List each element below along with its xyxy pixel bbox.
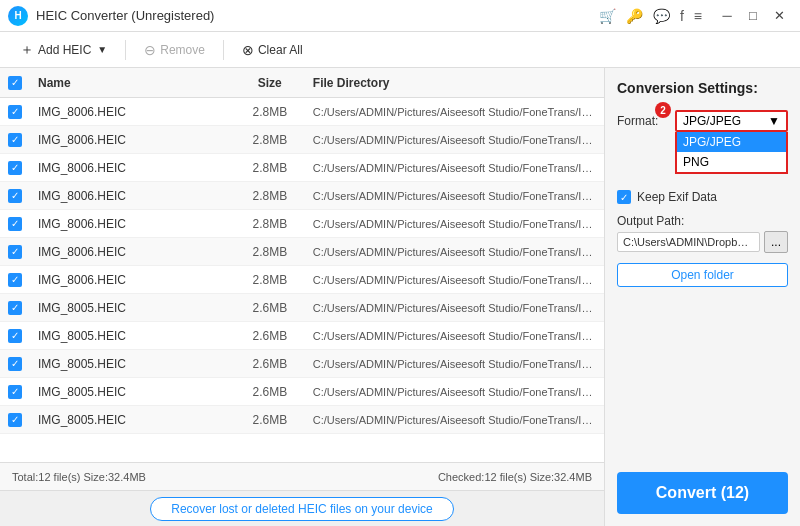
row-size: 2.6MB	[235, 357, 305, 371]
row-checkbox[interactable]: ✓	[8, 217, 22, 231]
menu-icon[interactable]: ≡	[694, 8, 702, 24]
row-checkbox[interactable]: ✓	[8, 245, 22, 259]
output-path-row: C:\Users\ADMIN\Dropbox\PC\... ...	[617, 231, 788, 253]
header-checkbox[interactable]: ✓	[8, 76, 22, 90]
file-panel: ✓ Name Size File Directory ✓ IMG_8006.HE…	[0, 68, 605, 526]
row-dir: C:/Users/ADMIN/Pictures/Aiseesoft Studio…	[305, 134, 604, 146]
format-row: Format: JPG/JPEG ▼ JPG/JPEG PNG 2	[617, 110, 788, 132]
open-folder-button[interactable]: Open folder	[617, 263, 788, 287]
row-name: IMG_8006.HEIC	[30, 161, 235, 175]
row-checkbox[interactable]: ✓	[8, 329, 22, 343]
table-row[interactable]: ✓ IMG_8005.HEIC 2.6MB C:/Users/ADMIN/Pic…	[0, 294, 604, 322]
row-size: 2.6MB	[235, 413, 305, 427]
total-status: Total:12 file(s) Size:32.4MB	[12, 471, 146, 483]
row-checkbox[interactable]: ✓	[8, 385, 22, 399]
table-row[interactable]: ✓ IMG_8005.HEIC 2.6MB C:/Users/ADMIN/Pic…	[0, 406, 604, 434]
row-dir: C:/Users/ADMIN/Pictures/Aiseesoft Studio…	[305, 190, 604, 202]
row-name: IMG_8005.HEIC	[30, 301, 235, 315]
table-row[interactable]: ✓ IMG_8005.HEIC 2.6MB C:/Users/ADMIN/Pic…	[0, 322, 604, 350]
col-name-header: Name	[30, 76, 235, 90]
minimize-button[interactable]: ─	[714, 5, 740, 27]
keep-exif-checkbox[interactable]: ✓	[617, 190, 631, 204]
row-size: 2.6MB	[235, 385, 305, 399]
row-dir: C:/Users/ADMIN/Pictures/Aiseesoft Studio…	[305, 358, 604, 370]
keep-exif-row: ✓ Keep Exif Data	[617, 190, 788, 204]
add-dropdown-arrow: ▼	[97, 44, 107, 55]
row-name: IMG_8006.HEIC	[30, 189, 235, 203]
keep-exif-label: Keep Exif Data	[637, 190, 717, 204]
toolbar-separator-1	[125, 40, 126, 60]
remove-icon: ⊖	[144, 42, 156, 58]
table-row[interactable]: ✓ IMG_8005.HEIC 2.6MB C:/Users/ADMIN/Pic…	[0, 378, 604, 406]
toolbar: ＋ Add HEIC ▼ ⊖ Remove ⊗ Clear All	[0, 32, 800, 68]
row-checkbox[interactable]: ✓	[8, 273, 22, 287]
row-checkbox[interactable]: ✓	[8, 301, 22, 315]
row-check[interactable]: ✓	[0, 356, 30, 371]
table-row[interactable]: ✓ IMG_8005.HEIC 2.6MB C:/Users/ADMIN/Pic…	[0, 350, 604, 378]
table-row[interactable]: ✓ IMG_8006.HEIC 2.8MB C:/Users/ADMIN/Pic…	[0, 126, 604, 154]
clear-all-label: Clear All	[258, 43, 303, 57]
row-checkbox[interactable]: ✓	[8, 189, 22, 203]
browse-path-button[interactable]: ...	[764, 231, 788, 253]
format-dropdown[interactable]: JPG/JPEG ▼ JPG/JPEG PNG 2	[675, 110, 788, 132]
app-logo: H	[8, 6, 28, 26]
row-checkbox[interactable]: ✓	[8, 357, 22, 371]
row-check[interactable]: ✓	[0, 412, 30, 427]
facebook-icon[interactable]: f	[680, 8, 684, 24]
main-container: ✓ Name Size File Directory ✓ IMG_8006.HE…	[0, 68, 800, 526]
row-checkbox[interactable]: ✓	[8, 413, 22, 427]
clear-icon: ⊗	[242, 42, 254, 58]
table-row[interactable]: ✓ IMG_8006.HEIC 2.8MB C:/Users/ADMIN/Pic…	[0, 238, 604, 266]
row-check[interactable]: ✓	[0, 160, 30, 175]
row-dir: C:/Users/ADMIN/Pictures/Aiseesoft Studio…	[305, 162, 604, 174]
clear-all-button[interactable]: ⊗ Clear All	[232, 38, 313, 62]
add-heic-label: Add HEIC	[38, 43, 91, 57]
file-table-body: ✓ IMG_8006.HEIC 2.8MB C:/Users/ADMIN/Pic…	[0, 98, 604, 462]
row-check[interactable]: ✓	[0, 328, 30, 343]
row-check[interactable]: ✓	[0, 132, 30, 147]
row-checkbox[interactable]: ✓	[8, 161, 22, 175]
add-heic-button[interactable]: ＋ Add HEIC ▼	[10, 37, 117, 63]
row-name: IMG_8006.HEIC	[30, 245, 235, 259]
row-check[interactable]: ✓	[0, 104, 30, 119]
row-check[interactable]: ✓	[0, 272, 30, 287]
format-selected[interactable]: JPG/JPEG ▼	[675, 110, 788, 132]
row-check[interactable]: ✓	[0, 244, 30, 259]
app-title: HEIC Converter (Unregistered)	[36, 8, 599, 23]
table-row[interactable]: ✓ IMG_8006.HEIC 2.8MB C:/Users/ADMIN/Pic…	[0, 98, 604, 126]
table-row[interactable]: ✓ IMG_8006.HEIC 2.8MB C:/Users/ADMIN/Pic…	[0, 266, 604, 294]
row-check[interactable]: ✓	[0, 216, 30, 231]
remove-button[interactable]: ⊖ Remove	[134, 38, 215, 62]
bottom-bar: Recover lost or deleted HEIC files on yo…	[0, 490, 604, 526]
table-row[interactable]: ✓ IMG_8006.HEIC 2.8MB C:/Users/ADMIN/Pic…	[0, 154, 604, 182]
dropdown-badge: 2	[655, 102, 671, 118]
close-button[interactable]: ✕	[766, 5, 792, 27]
row-dir: C:/Users/ADMIN/Pictures/Aiseesoft Studio…	[305, 386, 604, 398]
format-option-jpg[interactable]: JPG/JPEG	[677, 132, 786, 152]
chat-icon[interactable]: 💬	[653, 8, 670, 24]
recover-button[interactable]: Recover lost or deleted HEIC files on yo…	[150, 497, 453, 521]
row-size: 2.8MB	[235, 133, 305, 147]
table-row[interactable]: ✓ IMG_8006.HEIC 2.8MB C:/Users/ADMIN/Pic…	[0, 182, 604, 210]
row-check[interactable]: ✓	[0, 384, 30, 399]
row-checkbox[interactable]: ✓	[8, 133, 22, 147]
row-name: IMG_8005.HEIC	[30, 413, 235, 427]
row-size: 2.6MB	[235, 301, 305, 315]
convert-button[interactable]: Convert (12)	[617, 472, 788, 514]
key-icon[interactable]: 🔑	[626, 8, 643, 24]
table-header: ✓ Name Size File Directory	[0, 68, 604, 98]
row-size: 2.8MB	[235, 245, 305, 259]
format-option-png[interactable]: PNG	[677, 152, 786, 172]
row-size: 2.8MB	[235, 217, 305, 231]
maximize-button[interactable]: □	[740, 5, 766, 27]
row-checkbox[interactable]: ✓	[8, 105, 22, 119]
row-dir: C:/Users/ADMIN/Pictures/Aiseesoft Studio…	[305, 246, 604, 258]
cart-icon[interactable]: 🛒	[599, 8, 616, 24]
format-dropdown-arrow: ▼	[768, 114, 780, 128]
row-check[interactable]: ✓	[0, 188, 30, 203]
row-check[interactable]: ✓	[0, 300, 30, 315]
toolbar-separator-2	[223, 40, 224, 60]
col-dir-header: File Directory	[305, 76, 604, 90]
table-row[interactable]: ✓ IMG_8006.HEIC 2.8MB C:/Users/ADMIN/Pic…	[0, 210, 604, 238]
row-name: IMG_8006.HEIC	[30, 217, 235, 231]
